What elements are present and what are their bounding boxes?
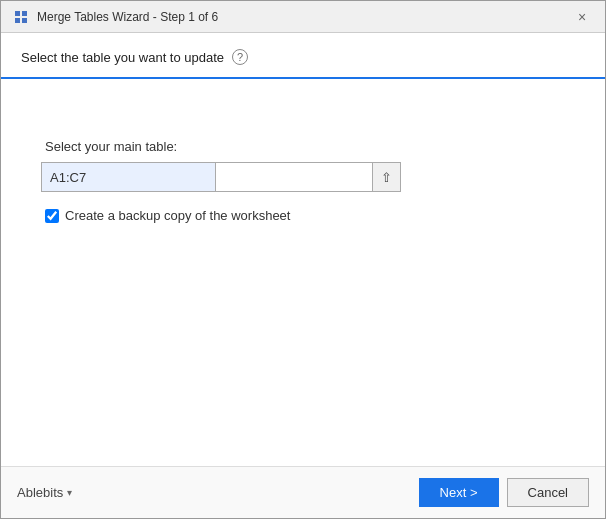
chevron-down-icon: ▾: [67, 487, 72, 498]
backup-checkbox-label[interactable]: Create a backup copy of the worksheet: [65, 208, 290, 223]
title-bar-left: Merge Tables Wizard - Step 1 of 6: [13, 9, 218, 25]
app-icon: [13, 9, 29, 25]
footer: Ablebits ▾ Next > Cancel: [1, 466, 605, 518]
window-title: Merge Tables Wizard - Step 1 of 6: [37, 10, 218, 24]
table-range-input[interactable]: [42, 163, 215, 191]
close-button[interactable]: ×: [571, 6, 593, 28]
backup-checkbox[interactable]: [45, 209, 59, 223]
header-section: Select the table you want to update ?: [1, 33, 605, 79]
svg-rect-3: [22, 18, 27, 23]
svg-rect-0: [15, 11, 20, 16]
backup-checkbox-row: Create a backup copy of the worksheet: [45, 208, 565, 223]
brand-label: Ablebits: [17, 485, 63, 500]
cancel-button[interactable]: Cancel: [507, 478, 589, 507]
header-title-text: Select the table you want to update: [21, 50, 224, 65]
wizard-window: Merge Tables Wizard - Step 1 of 6 × Sele…: [0, 0, 606, 519]
footer-buttons: Next > Cancel: [419, 478, 589, 507]
form-label: Select your main table:: [45, 139, 565, 154]
svg-rect-1: [22, 11, 27, 16]
input-row: ⇧: [41, 162, 401, 192]
next-button[interactable]: Next >: [419, 478, 499, 507]
help-icon[interactable]: ?: [232, 49, 248, 65]
header-title: Select the table you want to update ?: [21, 49, 585, 65]
svg-rect-2: [15, 18, 20, 23]
table-select-group: Select your main table: ⇧: [41, 139, 565, 192]
input-expand-area: [215, 163, 373, 191]
ablebits-brand[interactable]: Ablebits ▾: [17, 485, 72, 500]
expand-button[interactable]: ⇧: [372, 163, 400, 191]
expand-icon: ⇧: [381, 170, 392, 185]
title-bar: Merge Tables Wizard - Step 1 of 6 ×: [1, 1, 605, 33]
content-area: Select your main table: ⇧ Create a backu…: [1, 79, 605, 466]
